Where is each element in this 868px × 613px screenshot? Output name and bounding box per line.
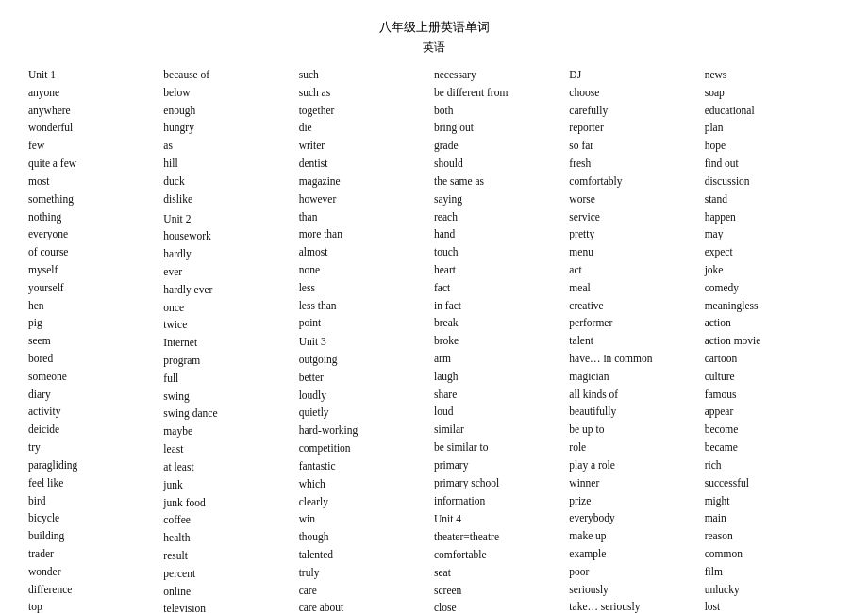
word-item: primary school <box>434 475 569 492</box>
word-item: dislike <box>163 191 298 208</box>
word-item: than <box>299 209 434 226</box>
word-item: twice <box>163 317 298 334</box>
word-item: creative <box>569 298 704 315</box>
word-item: swing dance <box>163 406 298 422</box>
word-item: cartoon <box>705 351 840 368</box>
word-item: junk food <box>163 495 298 512</box>
word-item: bicycle <box>28 510 163 527</box>
word-item: Unit 3 <box>299 334 434 351</box>
word-item: enough <box>163 103 298 120</box>
word-item: break <box>434 315 569 332</box>
word-item: example <box>569 546 704 563</box>
word-item: should <box>434 156 569 173</box>
word-item: talent <box>569 333 704 350</box>
word-item: clearly <box>299 494 434 511</box>
page-title: 八年级上册英语单词 <box>28 19 840 36</box>
word-item: duck <box>163 174 298 191</box>
word-item: television <box>163 601 298 613</box>
word-item: fantastic <box>299 458 434 475</box>
word-item: which <box>299 476 434 493</box>
word-item: all kinds of <box>569 387 704 404</box>
word-item: loudly <box>299 388 434 405</box>
word-item: paragliding <box>28 457 163 474</box>
word-item: broke <box>434 333 569 350</box>
word-item: seem <box>28 333 163 350</box>
word-item: Internet <box>163 335 298 352</box>
word-item: full <box>163 371 298 388</box>
column-3: suchsuch astogetherdiewriterdentistmagaz… <box>299 67 434 613</box>
word-item: reason <box>705 528 840 545</box>
word-item: touch <box>434 244 569 261</box>
word-item: carefully <box>569 103 704 120</box>
word-item: bored <box>28 351 163 368</box>
word-item: joke <box>705 262 840 279</box>
word-item: choose <box>569 85 704 102</box>
word-item: in fact <box>434 298 569 315</box>
word-item: arm <box>434 351 569 368</box>
column-4: necessarybe different frombothbring outg… <box>434 67 569 613</box>
word-item: main <box>705 510 840 527</box>
word-item: make up <box>569 528 704 545</box>
word-item: diary <box>28 387 163 404</box>
word-item: something <box>28 191 163 208</box>
word-item: soap <box>705 85 840 102</box>
word-item: rich <box>705 457 840 474</box>
word-item: the same as <box>434 174 569 191</box>
word-item: became <box>705 439 840 456</box>
word-item: DJ <box>569 67 704 84</box>
word-item: play a role <box>569 457 704 474</box>
word-item: lost <box>705 599 840 613</box>
word-item: hardly <box>163 246 298 263</box>
word-item: bird <box>28 493 163 510</box>
word-item: care <box>299 583 434 600</box>
word-item: educational <box>705 103 840 120</box>
word-item: news <box>705 67 840 84</box>
word-item: online <box>163 584 298 601</box>
word-item: laugh <box>434 369 569 386</box>
word-item: have… in common <box>569 351 704 368</box>
word-item: activity <box>28 404 163 421</box>
word-item: action movie <box>705 333 840 350</box>
word-item: famous <box>705 387 840 404</box>
word-item: similar <box>434 422 569 439</box>
word-item: stand <box>705 191 840 208</box>
word-item: try <box>28 439 163 456</box>
word-item: be up to <box>569 422 704 439</box>
word-item: hen <box>28 298 163 315</box>
word-item: reporter <box>569 120 704 137</box>
word-item: magician <box>569 369 704 386</box>
word-item: so far <box>569 138 704 155</box>
column-1: Unit 1anyoneanywherewonderfulfewquite a … <box>28 67 163 613</box>
word-item: magazine <box>299 174 434 191</box>
word-item: care about <box>299 600 434 613</box>
word-item: health <box>163 530 298 547</box>
word-item: win <box>299 511 434 528</box>
word-item: culture <box>705 369 840 386</box>
word-item: feel like <box>28 475 163 492</box>
word-item: both <box>434 103 569 120</box>
word-item: nothing <box>28 209 163 226</box>
word-item: coffee <box>163 512 298 529</box>
word-item: Unit 1 <box>28 67 163 84</box>
word-item: hill <box>163 156 298 173</box>
word-item: hope <box>705 138 840 155</box>
word-item: most <box>28 174 163 191</box>
column-5: DJchoosecarefullyreporterso farfreshcomf… <box>569 67 704 613</box>
word-item: deicide <box>28 422 163 439</box>
subtitle: 英语 <box>28 40 840 56</box>
word-item: be similar to <box>434 439 569 456</box>
word-item: at least <box>163 459 298 476</box>
word-item: act <box>569 262 704 279</box>
word-item: primary <box>434 457 569 474</box>
word-item: quite a few <box>28 156 163 173</box>
word-item: outgoing <box>299 352 434 369</box>
word-item: wonderful <box>28 120 163 137</box>
word-item: such <box>299 67 434 84</box>
word-item: appear <box>705 404 840 421</box>
word-item: successful <box>705 475 840 492</box>
word-item: however <box>299 191 434 208</box>
word-item: die <box>299 120 434 137</box>
word-item: information <box>434 493 569 510</box>
word-item: because of <box>163 67 298 84</box>
word-item: action <box>705 315 840 332</box>
